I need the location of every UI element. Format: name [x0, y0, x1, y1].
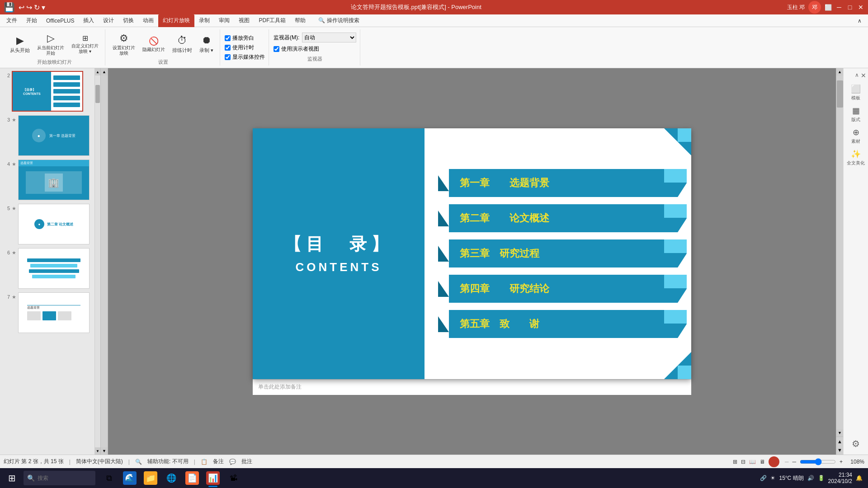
clock[interactable]: 21:34 2024/10/2 [828, 472, 852, 484]
tab-search[interactable]: 🔍 操作说明搜索 [314, 14, 363, 27]
redo-btn[interactable]: ↪ [26, 3, 32, 12]
checkbox-narration-input[interactable] [225, 35, 231, 41]
autosave-btn[interactable]: ↻ [34, 3, 40, 12]
scroll-up-extra[interactable]: ▲ [836, 436, 843, 446]
btn-from-start[interactable]: ▶ 从头开始 [7, 33, 33, 55]
view-slide-sorter[interactable]: ⊟ [741, 459, 745, 465]
zoom-in-btn[interactable]: + [840, 459, 843, 465]
tab-view[interactable]: 视图 [234, 14, 254, 27]
checkbox-media-input[interactable] [225, 54, 231, 60]
btn-setup-show[interactable]: ⚙ 设置幻灯片放映 [110, 31, 138, 58]
notification-icon[interactable]: 🔔 [856, 475, 863, 481]
maximize-btn[interactable]: □ [846, 4, 854, 11]
record-icon: ⏺ [202, 34, 212, 46]
vscroll-up[interactable]: ▲ [101, 68, 108, 75]
taskbar-app-chrome[interactable]: 🌐 [161, 468, 181, 488]
panel-btn-layout[interactable]: ▦ 版式 [846, 104, 866, 124]
btn-from-current[interactable]: ▷ 从当前幻灯片开始 [34, 31, 67, 58]
settings-icon[interactable]: ⚙ [852, 439, 860, 449]
checkbox-timing-input[interactable] [225, 45, 231, 51]
canvas-vscroll-left[interactable]: ▲ ▼ [101, 68, 108, 455]
taskbar-search[interactable]: 🔍 [24, 471, 95, 485]
scroll-down-btn[interactable]: ▼ [95, 447, 100, 455]
view-reading[interactable]: 📖 [749, 459, 756, 465]
taskbar-app-files[interactable]: 📁 [141, 468, 160, 488]
tab-officeplus[interactable]: OfficePLUS [42, 14, 79, 27]
network-icon[interactable]: 🔗 [760, 475, 767, 481]
taskbar-app-maps[interactable]: 🌊 [120, 468, 140, 488]
canvas-vscroll-right[interactable]: ▲ ▼ ▲ ▼ [836, 68, 843, 455]
scroll-thumb[interactable] [95, 85, 100, 103]
checkbox-narration[interactable]: 播放旁白 [225, 34, 265, 42]
vscroll-right-up[interactable]: ▲ [836, 68, 843, 75]
user-avatar[interactable]: 邓 [808, 1, 821, 14]
tab-help[interactable]: 帮助 [290, 14, 310, 27]
scroll-up-btn[interactable]: ▲ [95, 68, 100, 75]
notes-placeholder[interactable]: 单击此处添加备注 [258, 383, 302, 391]
volume-icon[interactable]: 🔊 [807, 475, 814, 481]
ribbon-toggle[interactable]: ⬜ [825, 4, 832, 11]
tab-transition[interactable]: 切换 [118, 14, 138, 27]
tab-record[interactable]: 录制 [194, 14, 214, 27]
taskview-icon: ⧉ [102, 471, 116, 485]
view-normal[interactable]: ⊞ [733, 459, 737, 465]
vscroll-right-thumb[interactable] [837, 80, 843, 108]
tab-insert[interactable]: 插入 [79, 14, 99, 27]
btn-rehearse[interactable]: ⏱ 排练计时 [170, 33, 195, 55]
zoom-level[interactable]: 108% [846, 459, 864, 465]
taskbar-app-explorer[interactable]: 📄 [182, 468, 202, 488]
tab-review[interactable]: 审阅 [214, 14, 234, 27]
zoom-out-btn[interactable]: ─ [792, 459, 796, 465]
beautify-icon: ✨ [851, 149, 861, 159]
undo-btn[interactable]: ↩ [19, 3, 24, 12]
checkbox-timing[interactable]: 使用计时 [225, 44, 265, 52]
scroll-down-extra[interactable]: ▼ [836, 446, 843, 455]
view-presenter[interactable]: 🖥 [760, 459, 765, 465]
slide-panel-scrollbar[interactable]: ▲ ▼ [95, 68, 100, 455]
status-comments-label[interactable]: 批注 [241, 458, 252, 465]
recording-btn[interactable] [769, 456, 779, 467]
slide-thumb-5[interactable]: 5 ★ ● 第二章 论文概述 [2, 203, 93, 245]
tab-design[interactable]: 设计 [99, 14, 118, 27]
slide-thumb-4[interactable]: 4 ★ 选题背景 🏢 [2, 159, 93, 201]
checkbox-presenter-input[interactable] [274, 46, 279, 52]
tab-start[interactable]: 开始 [22, 14, 42, 27]
monitor-select[interactable]: 自动 [302, 33, 356, 42]
zoom-slider[interactable] [800, 458, 836, 465]
taskbar-app-video[interactable]: 📽 [224, 468, 244, 488]
ribbon-collapse[interactable]: ∧ [853, 14, 866, 27]
btn-custom-show[interactable]: ⊞ 自定义幻灯片放映 ▾ [69, 32, 101, 56]
tab-animation[interactable]: 动画 [138, 14, 158, 27]
settings-btn[interactable]: ⚙ [852, 438, 860, 449]
vscroll-right-down[interactable]: ▼ [836, 429, 843, 436]
slide-thumb-3[interactable]: 3 ★ ● 第一章 选题背景 [2, 114, 93, 157]
panel-btn-beautify[interactable]: ✨ 全文美化 [846, 148, 866, 168]
customize-btn[interactable]: ▾ [42, 3, 45, 12]
btn-record[interactable]: ⏺ 录制 ▾ [197, 33, 216, 56]
panel-btn-template[interactable]: ⬜ 模板 [846, 83, 866, 103]
slide-thumb-2[interactable]: 2 【目录】CONTENTS [2, 70, 93, 113]
status-left: 幻灯片 第 2 张，共 15 张 | 简体中文(中国大陆) | 🔍 辅助功能: … [4, 458, 252, 465]
taskbar-app-taskview[interactable]: ⧉ [99, 468, 119, 488]
taskbar-search-input[interactable] [38, 475, 92, 481]
tab-slideshow[interactable]: 幻灯片放映 [158, 14, 194, 27]
slide-thumb-6[interactable]: 6 ★ [2, 247, 93, 290]
tab-pdf[interactable]: PDF工具箱 [254, 14, 290, 27]
taskbar-app-powerpoint[interactable]: 📊 [203, 468, 223, 488]
slide-thumb-7[interactable]: 7 ★ 选题背景 [2, 291, 93, 334]
status-notes-label[interactable]: 备注 [213, 458, 224, 465]
tab-file[interactable]: 文件 [2, 14, 22, 27]
panel-btn-layout-label: 版式 [851, 117, 860, 123]
btn-hide-slide[interactable]: 🚫 隐藏幻灯片 [140, 34, 168, 54]
panel-close-btn[interactable]: ✕ [861, 72, 866, 79]
checkbox-media[interactable]: 显示媒体控件 [225, 53, 265, 61]
taskbar-start-btn[interactable]: ⊞ [2, 468, 22, 488]
close-btn[interactable]: ✕ [857, 4, 864, 11]
battery-icon[interactable]: 🔋 [818, 475, 825, 481]
weather-icon[interactable]: ☀ [770, 475, 775, 481]
vscroll-down[interactable]: ▼ [101, 447, 108, 455]
panel-btn-materials[interactable]: ⊕ 素材 [846, 126, 866, 146]
panel-up-btn[interactable]: ∧ [855, 72, 859, 79]
minimize-btn[interactable]: ─ [835, 4, 843, 11]
checkbox-presenter[interactable]: 使用演示者视图 [274, 45, 356, 53]
